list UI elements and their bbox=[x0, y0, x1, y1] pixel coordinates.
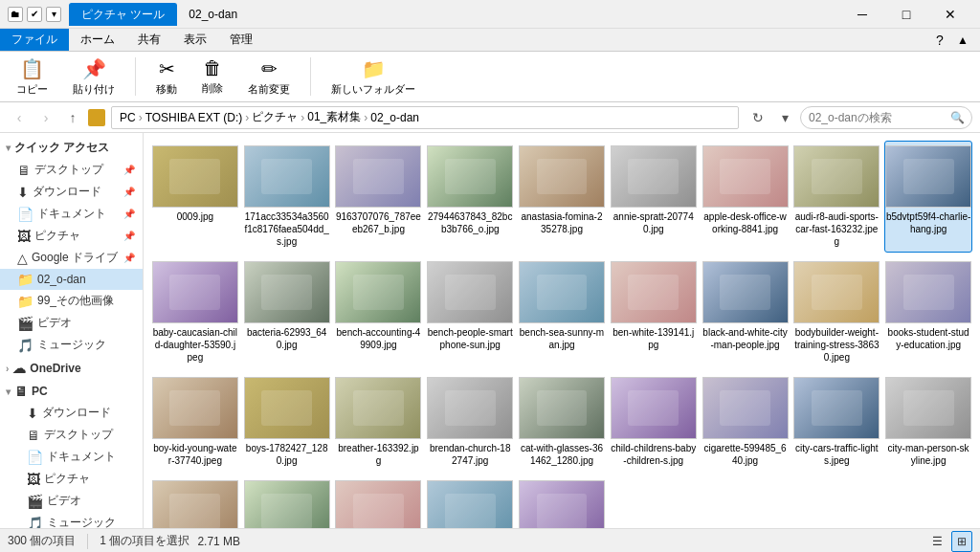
sidebar-item-documents-qa[interactable]: 📄 ドキュメント 📌 bbox=[0, 203, 143, 225]
ribbon-btn-2[interactable]: 📌 貼り付け bbox=[64, 53, 123, 101]
file-item[interactable]: coloring-book-for-adults-13968331_1280.j… bbox=[518, 475, 606, 528]
file-item[interactable]: 9163707076_787eeeb267_b.jpg bbox=[335, 141, 423, 253]
ribbon-btn-6[interactable]: 📁 新しいフォルダー bbox=[323, 53, 424, 101]
file-item[interactable]: black-and-white-city-man-people.jpg bbox=[702, 256, 790, 368]
quick-access-header[interactable]: ▾ クイック アクセス bbox=[0, 137, 143, 159]
up-button[interactable]: ↑ bbox=[61, 106, 84, 129]
ribbon-toggle-icon[interactable]: ▲ bbox=[953, 31, 972, 50]
sidebar-item-download-qa[interactable]: ⬇ ダウンロード 📌 bbox=[0, 181, 143, 203]
ribbon-btn-1[interactable]: 📋 コピー bbox=[8, 53, 56, 101]
sidebar-item-99other[interactable]: 📁 99_その他画像 bbox=[0, 290, 143, 312]
file-item[interactable]: 171acc33534a3560f1c8176faea504dd_s.jpg bbox=[243, 141, 331, 253]
close-button[interactable]: ✕ bbox=[928, 0, 972, 29]
file-item[interactable]: coffee-cup-mug-spoon.jpg bbox=[426, 475, 514, 528]
tab-manage[interactable]: 管理 bbox=[218, 29, 264, 51]
ribbon-btn-3[interactable]: ✂ 移動 bbox=[147, 53, 186, 101]
onedrive-section: › ☁ OneDrive bbox=[0, 358, 143, 379]
file-item[interactable]: bench-accounting-49909.jpg bbox=[335, 256, 423, 368]
file-item[interactable]: bodybuilder-weight-training-stress-38630… bbox=[792, 256, 880, 368]
tab-share[interactable]: 共有 bbox=[126, 29, 172, 51]
path-dropdown-button[interactable]: ▾ bbox=[773, 106, 796, 129]
view-grid-btn[interactable]: ⊞ bbox=[951, 531, 972, 552]
help-icon[interactable]: ? bbox=[930, 31, 949, 50]
sidebar-item-gdrive[interactable]: △ Google ドライブ 📌 bbox=[0, 247, 143, 269]
path-odan: 02_o-dan bbox=[370, 111, 419, 124]
pin-icon: 📌 bbox=[123, 165, 135, 175]
tab-home[interactable]: ホーム bbox=[69, 29, 126, 51]
file-item[interactable]: apple-desk-office-working-8841.jpg bbox=[702, 141, 790, 253]
title-bar-icons: 🖿 ✔ ▾ bbox=[8, 7, 61, 22]
file-thumbnail bbox=[152, 261, 238, 323]
file-name: boys-1782427_1280.jpg bbox=[244, 442, 330, 467]
minimize-button[interactable]: ─ bbox=[840, 0, 884, 29]
file-item[interactable]: audi-r8-audi-sports-car-fast-163232.jpeg bbox=[792, 141, 880, 253]
window-controls: ─ □ ✕ bbox=[840, 0, 972, 29]
sidebar-item-download-pc[interactable]: ⬇ ダウンロード bbox=[0, 402, 143, 424]
file-name: brendan-church-182747.jpg bbox=[427, 442, 513, 467]
file-item[interactable]: brendan-church-182747.jpg bbox=[426, 372, 514, 472]
ribbon-btn-5[interactable]: ✏ 名前変更 bbox=[239, 53, 299, 101]
search-input[interactable] bbox=[800, 106, 972, 129]
file-item[interactable]: bench-people-smartphone-sun.jpg bbox=[426, 256, 514, 368]
quick-access-icon[interactable]: ✔ bbox=[27, 7, 42, 22]
file-item[interactable]: cat-with-glasses-361462_1280.jpg bbox=[518, 372, 606, 472]
sidebar-item-music-pc[interactable]: 🎵 ミュージック bbox=[0, 512, 143, 528]
file-item[interactable]: climate-iceberg-melting-thawing.jpg bbox=[243, 475, 331, 528]
pc-section: ▾ 🖥 PC ⬇ ダウンロード 🖥 デスクトップ 📄 ドキュメント 🖼 ピクチャ bbox=[0, 381, 143, 528]
sidebar-item-pictures-pc[interactable]: 🖼 ピクチャ bbox=[0, 468, 143, 490]
picture-tools-tab[interactable]: ピクチャ ツール bbox=[69, 3, 177, 26]
file-thumbnail bbox=[519, 480, 605, 528]
dropdown-icon[interactable]: ▾ bbox=[46, 7, 61, 22]
file-item[interactable]: child-childrens-baby-children-s.jpg bbox=[610, 372, 698, 472]
file-item[interactable]: boys-1782427_1280.jpg bbox=[243, 372, 331, 472]
file-item[interactable]: boy-kid-young-water-37740.jpeg bbox=[151, 372, 239, 472]
file-item[interactable]: bench-sea-sunny-man.jpg bbox=[518, 256, 606, 368]
file-item[interactable]: breather-163392.jpg bbox=[335, 372, 423, 472]
file-item[interactable]: baby-caucasian-child-daughter-53590.jpeg bbox=[151, 256, 239, 368]
file-item[interactable]: 0009.jpg bbox=[151, 141, 239, 253]
file-item[interactable]: city-man-person-skyline.jpg bbox=[884, 372, 972, 472]
window-icon[interactable]: 🖿 bbox=[8, 7, 23, 22]
forward-button[interactable]: › bbox=[34, 106, 57, 129]
title-middle: ピクチャ ツール 02_o-dan bbox=[69, 3, 840, 26]
file-item[interactable]: clem-onojeghuo-110525.jpg bbox=[151, 475, 239, 528]
file-thumbnail bbox=[793, 377, 880, 439]
back-button[interactable]: ‹ bbox=[8, 106, 31, 129]
file-item[interactable]: cigarette-599485_640.jpg bbox=[702, 372, 790, 472]
onedrive-header[interactable]: › ☁ OneDrive bbox=[0, 358, 143, 379]
file-thumbnail bbox=[244, 480, 330, 528]
video-icon: 🎬 bbox=[17, 316, 33, 331]
sidebar-item-pictures-qa[interactable]: 🖼 ピクチャ 📌 bbox=[0, 225, 143, 247]
sidebar-item-02odan[interactable]: 📁 02_o-dan bbox=[0, 269, 143, 290]
path-sozai: 01_素材集 bbox=[307, 109, 361, 125]
tab-view[interactable]: 表示 bbox=[172, 29, 218, 51]
file-item[interactable]: bacteria-62993_640.jpg bbox=[243, 256, 331, 368]
file-thumbnail bbox=[793, 145, 880, 208]
sidebar-item-desktop-qa[interactable]: 🖥 デスクトップ 📌 bbox=[0, 159, 143, 181]
sidebar-item-documents-pc[interactable]: 📄 ドキュメント bbox=[0, 446, 143, 468]
file-item[interactable]: city-cars-traffic-lights.jpeg bbox=[792, 372, 880, 472]
view-list-btn[interactable]: ☰ bbox=[926, 531, 947, 552]
address-path[interactable]: PC › TOSHIBA EXT (D:) › ピクチャ › 01_素材集 › … bbox=[111, 106, 739, 129]
file-item[interactable]: 27944637843_82bcb3b766_o.jpg bbox=[426, 141, 514, 253]
pc-header[interactable]: ▾ 🖥 PC bbox=[0, 381, 143, 402]
sidebar-item-video-pc[interactable]: 🎬 ビデオ bbox=[0, 490, 143, 512]
tab-file[interactable]: ファイル bbox=[0, 29, 69, 51]
sidebar-item-music-qa[interactable]: 🎵 ミュージック bbox=[0, 334, 143, 356]
restore-button[interactable]: □ bbox=[884, 0, 928, 29]
file-item[interactable]: ben-white-139141.jpg bbox=[610, 256, 698, 368]
file-thumbnail bbox=[702, 377, 789, 439]
ribbon-btn-4[interactable]: 🗑 削除 bbox=[193, 53, 232, 100]
quick-access-section: ▾ クイック アクセス 🖥 デスクトップ 📌 ⬇ ダウンロード 📌 📄 ドキュメ… bbox=[0, 137, 143, 356]
music-icon: 🎵 bbox=[17, 338, 33, 353]
sidebar-item-video-qa[interactable]: 🎬 ビデオ bbox=[0, 312, 143, 334]
file-name: bacteria-62993_640.jpg bbox=[244, 326, 330, 351]
refresh-button[interactable]: ↻ bbox=[746, 106, 769, 129]
sidebar-item-desktop-pc[interactable]: 🖥 デスクトップ bbox=[0, 424, 143, 446]
file-item[interactable]: coffee-apple-iphone-laptop.jpg bbox=[335, 475, 423, 528]
file-item[interactable]: annie-spratt-207740.jpg bbox=[610, 141, 698, 253]
file-thumbnail bbox=[885, 145, 971, 208]
file-item[interactable]: books-student-study-education.jpg bbox=[884, 256, 972, 368]
file-item[interactable]: b5dvtpt59f4-charlie-hang.jpg bbox=[884, 141, 972, 253]
file-item[interactable]: anastasia-fomina-235278.jpg bbox=[518, 141, 606, 253]
